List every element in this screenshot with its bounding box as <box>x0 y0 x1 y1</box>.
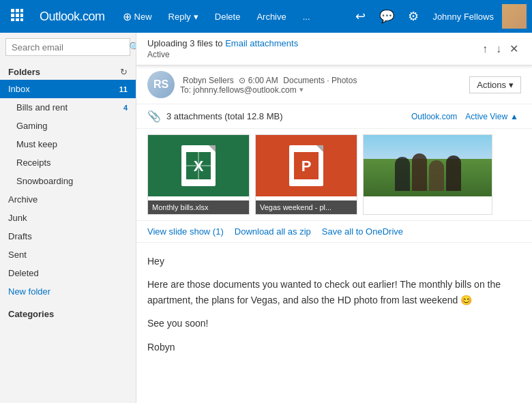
upload-close-button[interactable]: ✕ <box>507 41 521 57</box>
sidebar-item-gaming[interactable]: Gaming <box>0 117 136 135</box>
user-name[interactable]: Johnny Fellows <box>427 12 499 22</box>
email-to: To: johnny.fellows@outlook.com ▾ <box>180 85 464 95</box>
avatar-initials: RS <box>147 71 175 98</box>
upload-link[interactable]: Email attachments <box>225 38 298 48</box>
delete-button[interactable]: Delete <box>208 4 248 29</box>
attachment-excel[interactable]: X Monthly bills.xlsx <box>147 134 250 215</box>
main-layout: 🔍 Folders ↻ Inbox 11 Bills and rent 4 Ga… <box>0 33 532 403</box>
more-button[interactable]: ... <box>296 4 317 29</box>
sidebar-item-snowboarding[interactable]: Snowboarding <box>0 172 136 190</box>
upload-bar: Uploading 3 files to Email attachments A… <box>136 33 532 65</box>
attachment-source: Outlook.com <box>411 112 457 121</box>
attachment-photo[interactable] <box>363 134 492 215</box>
svg-rect-2 <box>20 9 23 12</box>
upload-status: Active <box>147 50 474 59</box>
paperclip-icon: 📎 <box>147 110 161 123</box>
save-onedrive-link[interactable]: Save all to OneDrive <box>322 226 403 237</box>
sidebar-item-deleted[interactable]: Deleted <box>0 264 136 282</box>
new-icon: ⊕ <box>123 10 132 23</box>
upload-info: Uploading 3 files to Email attachments A… <box>147 38 474 59</box>
svg-rect-0 <box>11 9 14 12</box>
grid-menu-button[interactable] <box>5 5 29 29</box>
email-header: RS Robyn Sellers ⊙ 6:00 AM Documents · P… <box>136 65 532 104</box>
sidebar-item-inbox[interactable]: Inbox 11 <box>0 80 136 98</box>
body-line-1: Hey <box>147 254 521 269</box>
folders-header: Folders ↻ <box>0 61 136 80</box>
svg-rect-5 <box>20 14 23 17</box>
to-expand-icon[interactable]: ▾ <box>299 85 304 94</box>
sidebar-item-sent[interactable]: Sent <box>0 245 136 264</box>
reply-dropdown-icon: ▾ <box>194 12 198 22</box>
excel-label: Monthly bills.xlsx <box>148 200 249 214</box>
sidebar-item-archive[interactable]: Archive <box>0 190 136 209</box>
upload-down-button[interactable]: ↓ <box>493 41 504 57</box>
sidebar-item-receipts[interactable]: Receipts <box>0 153 136 172</box>
undo-button[interactable]: ↩ <box>350 5 371 28</box>
view-slideshow-link[interactable]: View slide show (1) <box>147 226 224 237</box>
email-from: Robyn Sellers ⊙ 6:00 AM Documents · Phot… <box>180 75 464 85</box>
svg-rect-4 <box>16 14 19 17</box>
upload-text-line: Uploading 3 files to Email attachments <box>147 38 474 48</box>
svg-rect-3 <box>11 14 14 17</box>
avatar[interactable] <box>502 4 527 29</box>
svg-rect-7 <box>16 18 19 21</box>
attachments-grid: X Monthly bills.xlsx <box>136 129 532 221</box>
actions-dropdown-icon: ▾ <box>509 80 514 90</box>
sidebar-item-junk[interactable]: Junk <box>0 209 136 227</box>
app-logo: Outlook.com <box>31 10 113 24</box>
upload-actions: ↑ ↓ ✕ <box>479 41 521 57</box>
email-meta: Robyn Sellers ⊙ 6:00 AM Documents · Phot… <box>180 75 464 95</box>
svg-rect-6 <box>11 18 14 21</box>
settings-button[interactable]: ⚙ <box>402 5 424 28</box>
email-body: Hey Here are those documents you wanted … <box>136 243 532 403</box>
search-icon[interactable]: 🔍 <box>129 42 136 53</box>
sidebar-item-mustkeep[interactable]: Must keep <box>0 135 136 153</box>
sidebar-item-drafts[interactable]: Drafts <box>0 227 136 245</box>
upload-text: Uploading 3 files to <box>147 38 223 48</box>
search-input[interactable] <box>12 42 126 53</box>
body-line-3: See you soon! <box>147 316 521 331</box>
body-line-2: Here are those documents you wanted to c… <box>147 277 521 308</box>
upload-up-button[interactable]: ↑ <box>479 41 490 57</box>
ppt-label: Vegas weekend - pl... <box>256 200 357 214</box>
active-view-button[interactable]: Active View ▲ <box>462 110 521 123</box>
attachments-bar: 📎 3 attachments (total 12.8 MB) Outlook.… <box>136 104 532 129</box>
attachment-links: View slide show (1) Download all as zip … <box>136 221 532 243</box>
archive-button[interactable]: Archive <box>250 4 293 29</box>
refresh-button[interactable]: ↻ <box>120 67 128 77</box>
attachment-ppt[interactable]: P Vegas weekend - pl... <box>255 134 357 215</box>
svg-rect-8 <box>20 18 23 21</box>
reply-button[interactable]: Reply ▾ <box>162 4 205 29</box>
categories-header: Categories <box>0 301 136 322</box>
sidebar: 🔍 Folders ↻ Inbox 11 Bills and rent 4 Ga… <box>0 33 136 403</box>
topbar: Outlook.com ⊕ New Reply ▾ Delete Archive… <box>0 0 532 33</box>
chat-button[interactable]: 💬 <box>374 5 400 28</box>
svg-rect-1 <box>16 9 19 12</box>
svg-text:P: P <box>301 158 312 175</box>
sender-avatar: RS <box>147 71 175 98</box>
search-bar[interactable]: 🔍 <box>5 38 130 56</box>
actions-button[interactable]: Actions ▾ <box>469 76 521 93</box>
new-folder-link[interactable]: New folder <box>0 282 136 301</box>
email-area: Uploading 3 files to Email attachments A… <box>136 33 532 403</box>
download-all-link[interactable]: Download all as zip <box>235 226 311 237</box>
active-view-icon: ▲ <box>510 112 518 121</box>
body-line-4: Robyn <box>147 340 521 355</box>
attachment-count: 3 attachments (total 12.8 MB) <box>166 111 406 121</box>
new-button[interactable]: ⊕ New <box>116 4 159 29</box>
sidebar-item-bills[interactable]: Bills and rent 4 <box>0 98 136 117</box>
